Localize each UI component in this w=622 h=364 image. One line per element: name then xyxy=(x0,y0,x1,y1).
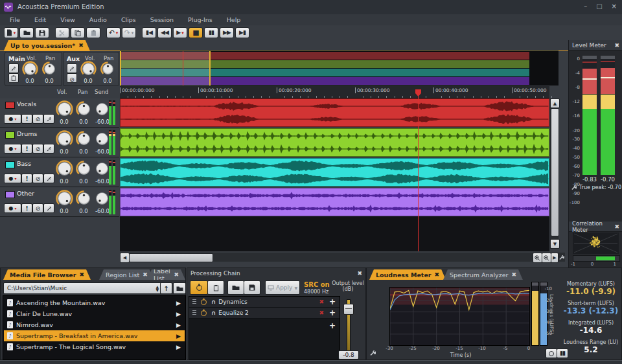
drag-handle-icon[interactable] xyxy=(192,310,196,316)
chain-clipboard-button[interactable] xyxy=(207,280,224,295)
aux-bypass-button[interactable]: ⊘ xyxy=(67,73,77,83)
file-row[interactable]: ♪Nimrod.wav▶ xyxy=(4,319,185,330)
track-header-other[interactable]: Other●▾!⊘0.00.0-60.0 xyxy=(0,188,119,217)
session-tab[interactable]: Up to you.session* ✖ xyxy=(4,40,90,51)
copy-button[interactable] xyxy=(71,27,85,38)
menu-item-help[interactable]: Help xyxy=(220,16,248,24)
add-effect-icon[interactable]: + xyxy=(329,321,336,330)
track-header-vocals[interactable]: Vocals●▾!⊘0.00.0-60.0 xyxy=(0,98,119,128)
file-row[interactable]: ♪Supertramp - Breakfast in America.wav▶ xyxy=(4,330,185,341)
main-fx-plug-button[interactable] xyxy=(8,63,19,73)
track-pan-knob[interactable] xyxy=(76,101,92,117)
clip-bass[interactable] xyxy=(120,158,549,187)
track-fx-button[interactable] xyxy=(43,114,54,124)
track-color-swatch[interactable] xyxy=(5,191,15,198)
track-pan-knob[interactable] xyxy=(76,190,92,207)
preview-play-icon[interactable]: ▶ xyxy=(176,300,181,306)
file-row[interactable]: ♪Clair De Lune.wav▶ xyxy=(4,308,185,319)
track-send-knob[interactable] xyxy=(94,131,110,147)
play-dropdown-icon[interactable]: ▾ xyxy=(181,30,184,36)
preview-play-icon[interactable]: ▶ xyxy=(176,333,181,339)
rewind-button[interactable]: ◀◀ xyxy=(157,27,172,38)
tab-close-icon[interactable]: ✖ xyxy=(435,271,440,278)
add-effect-icon[interactable]: + xyxy=(329,308,336,317)
open-button[interactable] xyxy=(19,27,34,38)
track-volume-knob[interactable] xyxy=(56,190,73,207)
track-fx-button[interactable] xyxy=(43,144,54,154)
menu-item-clips[interactable]: Clips xyxy=(114,16,143,24)
pause-button[interactable]: ▮▮ xyxy=(204,27,218,38)
track-fx-button[interactable] xyxy=(43,203,54,213)
effect-row-equalize-2[interactable]: ∩Equalize 2✖+ xyxy=(189,308,340,319)
go-to-end-button[interactable]: ▶▮ xyxy=(235,27,249,38)
track-volume-knob[interactable] xyxy=(56,100,73,118)
remove-effect-icon[interactable]: ✖ xyxy=(319,299,324,305)
tab-close-icon[interactable]: ✖ xyxy=(143,271,148,278)
tab-media-file-browser[interactable]: Media File Browser✖ xyxy=(3,269,91,280)
track-send-knob[interactable] xyxy=(94,161,110,177)
loudness-reset-button[interactable] xyxy=(546,348,557,358)
track-color-swatch[interactable] xyxy=(5,131,15,139)
volume-knob[interactable] xyxy=(22,61,38,77)
chain-open-button[interactable] xyxy=(227,280,244,295)
track-fx-button[interactable] xyxy=(43,174,54,183)
menu-item-session[interactable]: Session xyxy=(143,16,181,24)
track-pan-knob[interactable] xyxy=(76,131,92,147)
clip-drums[interactable] xyxy=(120,128,549,157)
drag-handle-icon[interactable] xyxy=(192,299,196,305)
zoom-out-button[interactable] xyxy=(542,253,551,263)
parent-folder-button[interactable]: ↑ xyxy=(160,282,172,294)
tab-loudness-meter[interactable]: Loudness Meter✖ xyxy=(369,269,446,280)
path-combobox[interactable]: C:\Users\Stian\Music ▲▼ xyxy=(3,282,162,294)
browse-folder-button[interactable] xyxy=(173,282,186,294)
headphones-icon[interactable]: ∩ xyxy=(211,299,216,305)
timeline-settings-button[interactable] xyxy=(558,253,565,262)
minimize-button[interactable]: – xyxy=(584,3,587,10)
headphones-icon[interactable]: ∩ xyxy=(211,310,216,316)
record-arm-button[interactable]: ●▾ xyxy=(4,174,21,183)
mute-button[interactable]: ⊘ xyxy=(32,144,43,154)
save-button[interactable] xyxy=(35,27,49,38)
zoom-in-button[interactable] xyxy=(533,253,542,263)
tab-region-list[interactable]: Region List✖ xyxy=(99,269,154,280)
effect-row-dynamics[interactable]: ∩Dynamics✖+ xyxy=(189,297,340,308)
file-row[interactable]: ♪Supertramp - The Logical Song.wav▶ xyxy=(4,341,185,352)
record-arm-button[interactable]: ●▾ xyxy=(4,203,21,213)
chain-power-button[interactable] xyxy=(190,280,208,295)
clip-vocals[interactable] xyxy=(120,98,549,127)
solo-button[interactable]: ! xyxy=(21,174,32,183)
playhead-line[interactable] xyxy=(418,90,419,251)
undo-dropdown-icon[interactable]: ▾ xyxy=(116,30,119,36)
track-send-knob[interactable] xyxy=(94,190,110,207)
new-session-button[interactable]: ▾ xyxy=(4,27,18,38)
record-arm-button[interactable]: ●▾ xyxy=(4,144,21,154)
file-row[interactable]: ♪Ascending the Mountain.wav▶ xyxy=(4,297,185,308)
chain-save-button[interactable] xyxy=(244,280,260,295)
paste-button[interactable] xyxy=(86,27,100,38)
level-meter-close-icon[interactable]: ✖ xyxy=(614,42,619,49)
play-button[interactable]: ▶▾ xyxy=(173,27,187,38)
mute-button[interactable]: ⊘ xyxy=(32,174,43,183)
track-volume-knob[interactable] xyxy=(56,160,73,177)
mute-button[interactable]: ⊘ xyxy=(32,203,43,213)
menu-item-plug-ins[interactable]: Plug-Ins xyxy=(181,16,220,24)
volume-knob[interactable] xyxy=(80,61,97,77)
undo-button[interactable]: ↶▾ xyxy=(106,27,121,38)
timeline-hscrollbar[interactable]: ◀ ▶ xyxy=(120,253,565,262)
overview-viewport[interactable] xyxy=(120,51,211,85)
combo-spinner-icon[interactable]: ▲▼ xyxy=(156,285,159,291)
solo-button[interactable]: ! xyxy=(21,114,32,124)
mute-button[interactable]: ⊘ xyxy=(32,114,43,124)
timeline-vscrollbar[interactable]: ▲ ▼ xyxy=(550,98,559,249)
track-color-swatch[interactable] xyxy=(5,102,15,109)
effect-power-icon[interactable] xyxy=(201,299,207,305)
fast-forward-button[interactable]: ▶▶ xyxy=(220,27,234,38)
menu-item-edit[interactable]: Edit xyxy=(27,16,53,24)
track-header-bass[interactable]: Bass●▾!⊘0.00.0-60.0 xyxy=(0,158,119,187)
pan-knob[interactable] xyxy=(100,62,115,76)
remove-effect-icon[interactable]: ✖ xyxy=(319,310,324,316)
tab-spectrum-analyzer[interactable]: Spectrum Analyzer✖ xyxy=(443,269,523,280)
clip-other[interactable] xyxy=(120,188,549,216)
pan-knob[interactable] xyxy=(42,62,57,76)
track-pan-knob[interactable] xyxy=(76,161,92,177)
